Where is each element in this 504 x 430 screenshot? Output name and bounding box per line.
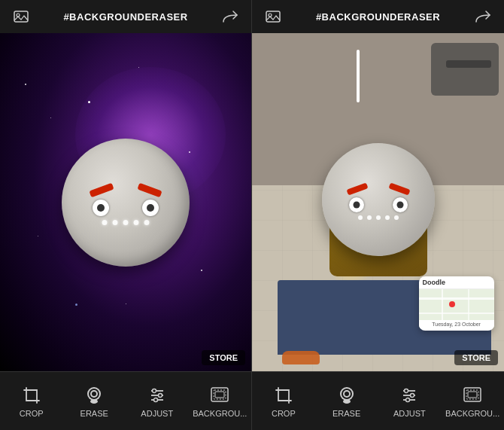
svg-point-26 bbox=[411, 393, 414, 397]
canvas-left: STORE bbox=[0, 33, 251, 371]
led bbox=[394, 215, 399, 220]
eye-left-right bbox=[349, 197, 364, 212]
erase-icon-right bbox=[336, 385, 357, 406]
pupil-left-right bbox=[353, 202, 360, 209]
led-dot bbox=[134, 220, 139, 225]
led-dot bbox=[123, 220, 129, 225]
toolbar-left: CROP ERASE bbox=[0, 371, 251, 430]
svg-point-3 bbox=[90, 399, 98, 404]
star bbox=[138, 67, 139, 68]
app-title-right: #BACKGROUNDERASER bbox=[316, 11, 440, 23]
tool-background-left[interactable]: BACKGROU... bbox=[197, 385, 242, 418]
tool-crop-left[interactable]: CROP bbox=[9, 385, 54, 418]
adjust-icon-right bbox=[399, 385, 420, 406]
right-panel: #BACKGROUNDERASER bbox=[252, 0, 504, 430]
pupil-right-right bbox=[396, 202, 403, 209]
led bbox=[385, 215, 390, 220]
svg-rect-31 bbox=[468, 392, 477, 398]
background-icon-left bbox=[209, 385, 230, 406]
toolbar-right: CROP ERASE bbox=[252, 371, 504, 430]
tool-adjust-left[interactable]: ADJUST bbox=[135, 385, 180, 418]
eye-right-right bbox=[393, 197, 408, 212]
map-road-h1 bbox=[419, 297, 494, 300]
left-panel: #BACKGROUNDERASER bbox=[0, 0, 252, 430]
tool-adjust-right[interactable]: ADJUST bbox=[387, 385, 432, 418]
share-icon-left[interactable] bbox=[220, 6, 241, 27]
tool-erase-right[interactable]: ERASE bbox=[324, 385, 369, 418]
map-date: Tuesday, 23 October bbox=[419, 320, 494, 328]
eyebrow-left bbox=[90, 183, 114, 197]
speaker-body-left bbox=[62, 139, 190, 267]
eyebrow-right-right bbox=[388, 183, 410, 196]
app-title-left: #BACKGROUNDERASER bbox=[63, 11, 187, 23]
background-icon-right bbox=[462, 385, 483, 406]
star bbox=[50, 117, 51, 118]
map-card-title: Doodle bbox=[419, 276, 494, 289]
svg-point-28 bbox=[406, 398, 410, 401]
star bbox=[201, 270, 202, 271]
svg-rect-16 bbox=[266, 11, 280, 22]
svg-point-19 bbox=[343, 399, 351, 404]
map-card-body: Tuesday, 23 October bbox=[419, 289, 494, 328]
svg-rect-15 bbox=[215, 392, 224, 398]
crop-icon-right bbox=[273, 385, 294, 406]
tool-background-right[interactable]: BACKGROU... bbox=[450, 385, 495, 418]
adjust-icon-left bbox=[147, 385, 168, 406]
store-button-right[interactable]: STORE bbox=[454, 350, 498, 365]
eyebrow-left-right bbox=[346, 183, 368, 196]
top-bar-left: #BACKGROUNDERASER bbox=[0, 0, 251, 33]
chair-back bbox=[446, 60, 491, 68]
svg-rect-0 bbox=[14, 11, 28, 22]
led-dot bbox=[102, 220, 108, 225]
led-dot bbox=[144, 220, 150, 225]
store-button-left[interactable]: STORE bbox=[202, 350, 245, 365]
tool-crop-right[interactable]: CROP bbox=[261, 385, 306, 418]
led-dot bbox=[113, 220, 118, 225]
svg-point-22 bbox=[345, 392, 349, 396]
led bbox=[358, 215, 363, 220]
share-icon-right[interactable] bbox=[472, 6, 493, 27]
image-icon-right[interactable] bbox=[263, 6, 284, 27]
eyebrow-right bbox=[137, 183, 162, 197]
svg-point-12 bbox=[153, 398, 157, 401]
star bbox=[25, 84, 26, 85]
led-row bbox=[102, 220, 150, 225]
eye-left bbox=[93, 200, 109, 216]
canvas-right: Doodle Tuesday, 23 October STORE bbox=[252, 33, 504, 371]
crop-icon-left bbox=[21, 385, 42, 406]
star bbox=[126, 303, 126, 304]
svg-point-24 bbox=[405, 389, 408, 392]
speaker-right-container bbox=[322, 143, 435, 256]
pupil-left bbox=[97, 204, 105, 212]
map-card: Doodle Tuesday, 23 October bbox=[419, 276, 494, 331]
svg-point-8 bbox=[152, 389, 156, 392]
top-bar-right: #BACKGROUNDERASER bbox=[252, 0, 504, 33]
erase-icon-left bbox=[83, 385, 105, 406]
led-row-right bbox=[358, 215, 399, 220]
speaker-body-right bbox=[322, 143, 435, 256]
svg-point-10 bbox=[158, 393, 162, 397]
star bbox=[38, 236, 38, 236]
star bbox=[75, 303, 77, 306]
svg-point-6 bbox=[92, 392, 96, 396]
eye-right bbox=[142, 200, 159, 216]
tool-erase-left[interactable]: ERASE bbox=[71, 385, 117, 418]
star bbox=[88, 101, 90, 103]
chair bbox=[431, 43, 499, 96]
speaker-left bbox=[62, 139, 190, 267]
cable bbox=[357, 50, 360, 102]
shoe-left bbox=[282, 351, 320, 364]
led bbox=[376, 215, 381, 220]
map-pin bbox=[449, 301, 455, 307]
image-icon-left[interactable] bbox=[11, 6, 32, 27]
led bbox=[367, 215, 372, 220]
map-road-h2 bbox=[419, 313, 494, 314]
pupil-right bbox=[147, 204, 154, 212]
